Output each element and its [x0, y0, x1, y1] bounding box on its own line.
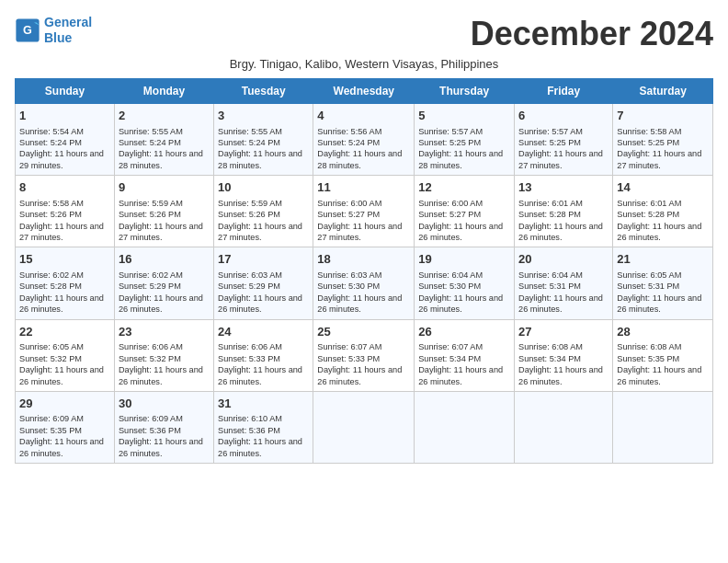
day-number: 4: [317, 108, 410, 124]
column-header-thursday: Thursday: [415, 79, 515, 104]
column-header-tuesday: Tuesday: [214, 79, 313, 104]
day-number: 27: [518, 324, 609, 340]
day-info: Sunrise: 6:10 AM Sunset: 5:36 PM Dayligh…: [218, 413, 309, 459]
calendar-cell: [313, 391, 415, 463]
calendar-cell: 11Sunrise: 6:00 AM Sunset: 5:27 PM Dayli…: [313, 176, 415, 247]
day-info: Sunrise: 6:05 AM Sunset: 5:31 PM Dayligh…: [617, 270, 709, 316]
day-number: 13: [518, 179, 609, 196]
day-number: 15: [19, 251, 110, 268]
day-info: Sunrise: 6:02 AM Sunset: 5:29 PM Dayligh…: [119, 270, 210, 316]
day-number: 8: [19, 179, 110, 196]
calendar-cell: 15Sunrise: 6:02 AM Sunset: 5:28 PM Dayli…: [16, 247, 115, 319]
day-number: 3: [218, 108, 309, 124]
calendar-week-row: 22Sunrise: 6:05 AM Sunset: 5:32 PM Dayli…: [16, 319, 713, 391]
day-info: Sunrise: 6:03 AM Sunset: 5:30 PM Dayligh…: [317, 270, 410, 316]
day-info: Sunrise: 6:02 AM Sunset: 5:28 PM Dayligh…: [19, 270, 110, 316]
day-info: Sunrise: 5:55 AM Sunset: 5:24 PM Dayligh…: [119, 126, 210, 172]
calendar-cell: 30Sunrise: 6:09 AM Sunset: 5:36 PM Dayli…: [114, 391, 213, 463]
day-info: Sunrise: 5:59 AM Sunset: 5:26 PM Dayligh…: [218, 198, 309, 244]
column-header-monday: Monday: [114, 79, 213, 104]
day-number: 28: [617, 324, 709, 340]
day-number: 10: [218, 179, 309, 196]
day-info: Sunrise: 6:00 AM Sunset: 5:27 PM Dayligh…: [317, 198, 410, 244]
calendar-cell: 23Sunrise: 6:06 AM Sunset: 5:32 PM Dayli…: [114, 319, 213, 391]
column-header-sunday: Sunday: [16, 79, 115, 104]
calendar-cell: [613, 391, 713, 463]
day-info: Sunrise: 6:03 AM Sunset: 5:29 PM Dayligh…: [218, 270, 309, 316]
day-info: Sunrise: 6:06 AM Sunset: 5:33 PM Dayligh…: [218, 341, 309, 387]
calendar-cell: 10Sunrise: 5:59 AM Sunset: 5:26 PM Dayli…: [214, 176, 313, 247]
day-info: Sunrise: 6:08 AM Sunset: 5:35 PM Dayligh…: [617, 341, 709, 387]
subtitle: Brgy. Tinigao, Kalibo, Western Visayas, …: [15, 57, 713, 71]
calendar-cell: [515, 391, 613, 463]
column-header-wednesday: Wednesday: [313, 79, 415, 104]
calendar-header-row: SundayMondayTuesdayWednesdayThursdayFrid…: [16, 79, 713, 104]
calendar-week-row: 1Sunrise: 5:54 AM Sunset: 5:24 PM Daylig…: [16, 104, 713, 176]
calendar-cell: 29Sunrise: 6:09 AM Sunset: 5:35 PM Dayli…: [16, 391, 115, 463]
day-number: 26: [418, 324, 510, 340]
day-number: 23: [119, 324, 210, 340]
day-info: Sunrise: 5:58 AM Sunset: 5:26 PM Dayligh…: [19, 198, 110, 244]
calendar-cell: 13Sunrise: 6:01 AM Sunset: 5:28 PM Dayli…: [515, 176, 613, 247]
calendar-cell: 14Sunrise: 6:01 AM Sunset: 5:28 PM Dayli…: [613, 176, 713, 247]
calendar-week-row: 29Sunrise: 6:09 AM Sunset: 5:35 PM Dayli…: [16, 391, 713, 463]
day-info: Sunrise: 6:07 AM Sunset: 5:33 PM Dayligh…: [317, 341, 410, 387]
calendar-cell: 3Sunrise: 5:55 AM Sunset: 5:24 PM Daylig…: [214, 104, 313, 176]
calendar-cell: 18Sunrise: 6:03 AM Sunset: 5:30 PM Dayli…: [313, 247, 415, 319]
day-info: Sunrise: 6:05 AM Sunset: 5:32 PM Dayligh…: [19, 341, 110, 387]
calendar-cell: 8Sunrise: 5:58 AM Sunset: 5:26 PM Daylig…: [16, 176, 115, 247]
day-info: Sunrise: 5:54 AM Sunset: 5:24 PM Dayligh…: [19, 126, 110, 172]
day-info: Sunrise: 5:58 AM Sunset: 5:25 PM Dayligh…: [617, 126, 709, 172]
calendar-cell: 21Sunrise: 6:05 AM Sunset: 5:31 PM Dayli…: [613, 247, 713, 319]
day-info: Sunrise: 5:57 AM Sunset: 5:25 PM Dayligh…: [518, 126, 609, 172]
day-number: 14: [617, 179, 709, 196]
logo-text: General Blue: [44, 15, 92, 46]
calendar-cell: 19Sunrise: 6:04 AM Sunset: 5:30 PM Dayli…: [415, 247, 515, 319]
day-number: 19: [418, 251, 510, 268]
logo-icon: G: [15, 17, 40, 43]
day-info: Sunrise: 6:04 AM Sunset: 5:31 PM Dayligh…: [518, 270, 609, 316]
day-info: Sunrise: 5:55 AM Sunset: 5:24 PM Dayligh…: [218, 126, 309, 172]
day-number: 7: [617, 108, 709, 124]
day-info: Sunrise: 6:07 AM Sunset: 5:34 PM Dayligh…: [418, 341, 510, 387]
calendar-cell: 16Sunrise: 6:02 AM Sunset: 5:29 PM Dayli…: [114, 247, 213, 319]
calendar-cell: 5Sunrise: 5:57 AM Sunset: 5:25 PM Daylig…: [415, 104, 515, 176]
day-number: 21: [617, 251, 709, 268]
calendar-cell: 2Sunrise: 5:55 AM Sunset: 5:24 PM Daylig…: [114, 104, 213, 176]
calendar-cell: 20Sunrise: 6:04 AM Sunset: 5:31 PM Dayli…: [515, 247, 613, 319]
day-number: 18: [317, 251, 410, 268]
calendar-cell: 26Sunrise: 6:07 AM Sunset: 5:34 PM Dayli…: [415, 319, 515, 391]
day-number: 2: [119, 108, 210, 124]
calendar-cell: 25Sunrise: 6:07 AM Sunset: 5:33 PM Dayli…: [313, 319, 415, 391]
day-number: 1: [19, 108, 110, 124]
calendar-cell: 9Sunrise: 5:59 AM Sunset: 5:26 PM Daylig…: [114, 176, 213, 247]
calendar-cell: 4Sunrise: 5:56 AM Sunset: 5:24 PM Daylig…: [313, 104, 415, 176]
column-header-saturday: Saturday: [613, 79, 713, 104]
day-number: 6: [518, 108, 609, 124]
day-number: 30: [119, 396, 210, 412]
calendar-cell: 12Sunrise: 6:00 AM Sunset: 5:27 PM Dayli…: [415, 176, 515, 247]
day-number: 12: [418, 179, 510, 196]
calendar-cell: 22Sunrise: 6:05 AM Sunset: 5:32 PM Dayli…: [16, 319, 115, 391]
day-info: Sunrise: 6:00 AM Sunset: 5:27 PM Dayligh…: [418, 198, 510, 244]
calendar-week-row: 15Sunrise: 6:02 AM Sunset: 5:28 PM Dayli…: [16, 247, 713, 319]
day-number: 20: [518, 251, 609, 268]
day-info: Sunrise: 6:09 AM Sunset: 5:36 PM Dayligh…: [119, 413, 210, 459]
day-number: 25: [317, 324, 410, 340]
day-number: 29: [19, 396, 110, 412]
day-info: Sunrise: 5:56 AM Sunset: 5:24 PM Dayligh…: [317, 126, 410, 172]
day-number: 22: [19, 324, 110, 340]
calendar-cell: [415, 391, 515, 463]
calendar-cell: 6Sunrise: 5:57 AM Sunset: 5:25 PM Daylig…: [515, 104, 613, 176]
day-info: Sunrise: 6:01 AM Sunset: 5:28 PM Dayligh…: [617, 198, 709, 244]
day-number: 16: [119, 251, 210, 268]
header: G General Blue December 2024: [15, 15, 713, 53]
day-info: Sunrise: 6:09 AM Sunset: 5:35 PM Dayligh…: [19, 413, 110, 459]
column-header-friday: Friday: [515, 79, 613, 104]
calendar-table: SundayMondayTuesdayWednesdayThursdayFrid…: [15, 78, 713, 464]
day-info: Sunrise: 6:08 AM Sunset: 5:34 PM Dayligh…: [518, 341, 609, 387]
day-number: 31: [218, 396, 309, 412]
day-number: 11: [317, 179, 410, 196]
logo: G General Blue: [15, 15, 92, 46]
day-number: 17: [218, 251, 309, 268]
